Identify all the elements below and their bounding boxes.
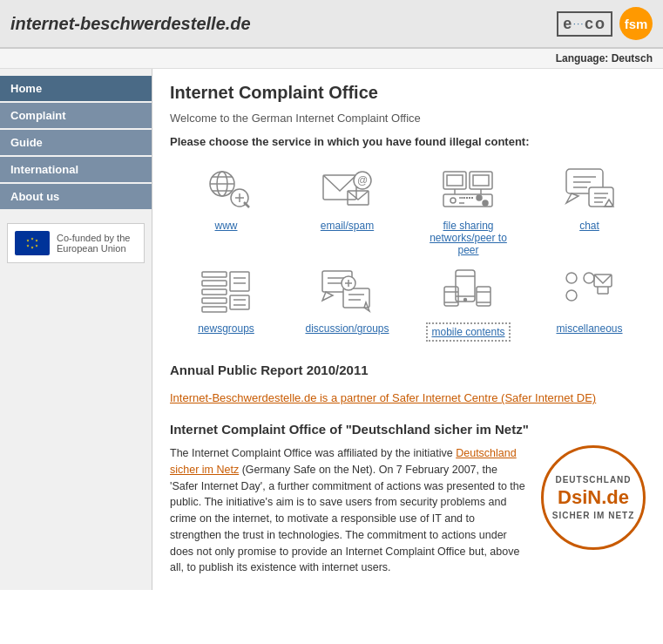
service-newsgroups[interactable]: newsgroups [170,265,282,342]
svg-rect-21 [447,175,463,186]
dsin-logo-name: DsiN.de [552,486,635,509]
dsin-logo-inner: DEUTSCHLAND DsiN.de SICHER IM NETZ [552,475,635,520]
chat-link[interactable]: chat [579,220,599,232]
svg-rect-45 [230,272,249,291]
svg-point-27 [450,198,456,203]
svg-marker-34 [566,193,578,203]
sidebar: Home Complaint Guide International About… [0,69,152,590]
svg-rect-41 [202,281,227,286]
choose-text: Please choose the service in which you h… [170,135,646,148]
dsinfo-text-part1: The Internet Complaint Office was affili… [170,447,453,459]
dsin-logo-sub: SICHER IM NETZ [552,511,635,520]
annual-report-title: Annual Public Report 2010/2011 [170,363,646,377]
misc-icon [559,265,620,317]
eco-logo: e···co [557,11,612,37]
svg-rect-0 [17,233,48,254]
svg-rect-35 [589,187,613,207]
safer-internet-link[interactable]: Internet-Beschwerdestelle.de is a partne… [170,391,646,404]
service-discussion[interactable]: discussion/groups [291,265,403,342]
chat-icon [559,162,620,214]
service-mobile[interactable]: mobile contents [412,265,524,342]
filesharing-link[interactable]: file sharing networks/peer to peer [430,220,508,256]
eu-badge: Co-funded by the European Union [7,223,145,263]
svg-rect-48 [230,295,249,309]
header-logos: e···co fsm [557,7,653,40]
svg-point-72 [566,273,577,283]
email-icon: @ [317,162,378,214]
svg-text:@: @ [357,174,368,186]
misc-link[interactable]: miscellaneous [556,322,622,335]
svg-point-74 [566,290,577,301]
svg-marker-54 [322,292,333,301]
sidebar-item-home[interactable]: Home [0,76,152,101]
svg-point-28 [477,195,482,200]
newsgroups-icon [196,265,257,317]
svg-point-29 [483,200,488,206]
svg-rect-43 [202,298,227,303]
sidebar-item-about[interactable]: About us [0,184,152,209]
welcome-text: Welcome to the German Internet Complaint… [170,112,646,125]
dsin-top-text: DEUTSCHLAND [552,475,635,485]
service-misc[interactable]: miscellaneous [533,265,646,342]
svg-rect-42 [202,289,227,295]
site-title: internet-beschwerdestelle.de [10,14,251,34]
svg-rect-44 [202,307,227,312]
filesharing-icon [438,162,499,214]
service-chat[interactable]: chat [533,162,646,256]
service-filesharing[interactable]: file sharing networks/peer to peer [412,162,524,256]
service-email[interactable]: @ email/spam [291,162,403,256]
header: internet-beschwerdestelle.de e···co fsm [0,0,663,49]
annual-report-section: Annual Public Report 2010/2011 [170,363,646,377]
sidebar-item-guide[interactable]: Guide [0,130,152,155]
newsgroups-link[interactable]: newsgroups [198,322,254,335]
dsinfo-content: The Internet Complaint Office was affili… [170,445,646,576]
eu-badge-text: Co-funded by the European Union [57,233,137,254]
language-current: Deutsch [612,52,653,64]
www-icon [196,162,257,214]
language-bar: Language: Deutsch [0,49,663,69]
dsin-logo: DEUTSCHLAND DsiN.de SICHER IM NETZ [541,445,646,550]
svg-point-73 [584,273,594,283]
fsm-logo: fsm [619,7,653,40]
mobile-icon [438,265,499,317]
discussion-icon [317,265,378,317]
language-label: Language: [556,52,609,64]
services-grid: www @ email/spam [170,162,646,342]
svg-rect-16 [323,175,356,200]
dsinfo-title: Internet Complaint Office of "Deutschlan… [170,422,646,437]
svg-rect-40 [202,272,227,277]
page-title: Internet Complaint Office [170,83,646,103]
email-link[interactable]: email/spam [321,220,374,232]
eu-flag-icon [15,231,50,255]
sidebar-item-international[interactable]: International [0,157,152,182]
main-content: Internet Complaint Office Welcome to the… [152,69,663,590]
dsinfo-text: The Internet Complaint Office was affili… [170,445,527,576]
www-link[interactable]: www [215,220,238,232]
dsinfo-section: Internet Complaint Office of "Deutschlan… [170,422,646,576]
mobile-link[interactable]: mobile contents [426,322,510,342]
svg-rect-23 [473,175,489,186]
sidebar-item-complaint[interactable]: Complaint [0,103,152,128]
dsinfo-text-part2: (Germany Safe on the Net). On 7 February… [170,464,525,574]
layout: Home Complaint Guide International About… [0,69,663,590]
service-www[interactable]: www [170,162,282,256]
discussion-link[interactable]: discussion/groups [305,322,389,335]
svg-point-65 [464,298,467,301]
